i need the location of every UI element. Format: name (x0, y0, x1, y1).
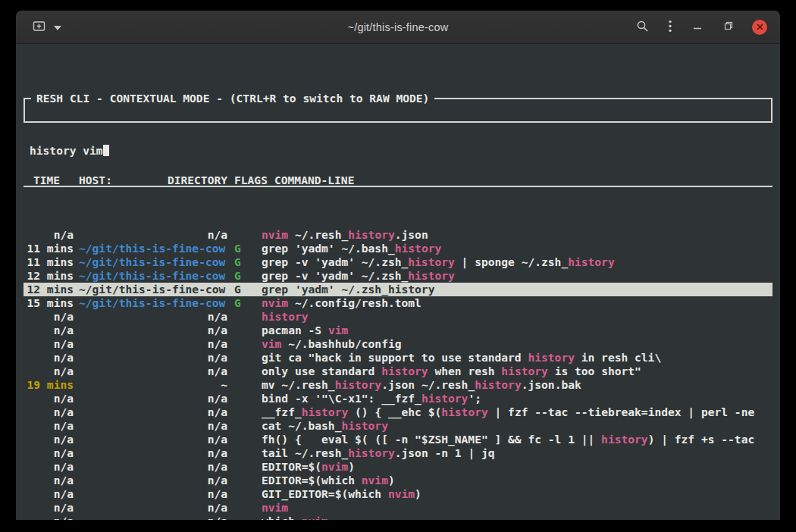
row-time: n/a (27, 337, 74, 351)
row-command: GIT_EDITOR=$(which nvim) (262, 487, 772, 501)
row-command: pacman -S vim (262, 324, 772, 337)
row-flags (227, 392, 262, 405)
row-flags (227, 446, 262, 460)
history-row[interactable]: 12 mins~/git/this-is-fine-cowGgrep -v 'y… (24, 269, 772, 283)
minimize-button[interactable] (690, 18, 705, 36)
row-time: n/a (27, 228, 74, 242)
row-time: 11 mins (27, 242, 74, 255)
row-flags (227, 351, 262, 365)
row-flags (227, 419, 262, 433)
new-tab-button[interactable] (31, 18, 47, 36)
row-time: 12 mins (27, 283, 74, 296)
row-directory: n/a (74, 460, 227, 474)
history-row[interactable]: n/an/abind -x '"\C-x1": __fzf_history'; (24, 392, 772, 405)
search-icon (636, 20, 649, 35)
row-command: nvim ~/.resh_history.json (262, 228, 772, 242)
row-flags (227, 433, 262, 446)
row-flags (227, 228, 262, 242)
row-directory: n/a (74, 446, 227, 460)
row-time: n/a (27, 501, 74, 515)
row-flags (227, 365, 262, 378)
row-time: 15 mins (27, 296, 74, 310)
history-row[interactable]: 15 mins~/git/this-is-fine-cowGnvim ~/.co… (24, 296, 772, 310)
row-directory: n/a (74, 474, 227, 487)
row-directory: n/a (74, 310, 227, 324)
row-time: n/a (27, 446, 74, 460)
row-flags (227, 310, 262, 324)
history-row[interactable]: n/an/afh() { eval $( ([ -n "$ZSH_NAME" ]… (24, 433, 772, 446)
row-time: n/a (27, 310, 74, 324)
row-command: grep -v 'yadm' ~/.zsh_history (262, 269, 772, 283)
row-command: only use standard history when resh hist… (262, 365, 772, 378)
search-input[interactable]: history vim (30, 144, 766, 158)
row-flags (227, 405, 262, 419)
row-command: grep 'yadm' ~/.bash_history (262, 242, 772, 255)
close-button[interactable] (752, 20, 767, 35)
row-time: 12 mins (27, 269, 74, 283)
history-row[interactable]: n/an/aonly use standard history when res… (24, 365, 772, 378)
history-row[interactable]: n/an/acat ~/.bash_history (24, 419, 772, 433)
row-time: 19 mins (27, 378, 74, 392)
history-row[interactable]: n/an/avim ~/.bashhub/config (24, 337, 772, 351)
history-row[interactable]: 11 mins~/git/this-is-fine-cowGgrep 'yadm… (24, 242, 772, 255)
history-row[interactable]: 19 mins~mv ~/.resh_history.json ~/.resh_… (24, 378, 772, 392)
titlebar: ~/git/this-is-fine-cow (16, 11, 780, 44)
row-directory: n/a (74, 487, 227, 501)
row-flags (227, 378, 262, 392)
history-row[interactable]: n/an/aEDITOR=$(which nvim) (24, 474, 772, 487)
history-row[interactable]: 11 mins~/git/this-is-fine-cowGgrep -v 'y… (24, 255, 772, 269)
close-icon (757, 21, 763, 33)
history-row[interactable]: n/an/awhich nvim (24, 515, 772, 520)
row-command: EDITOR=$(nvim) (262, 460, 772, 474)
restore-button[interactable] (721, 18, 736, 36)
row-directory: n/a (74, 501, 227, 515)
row-command: which nvim (262, 515, 772, 520)
row-time: n/a (27, 433, 74, 446)
history-row[interactable]: n/an/aGIT_EDITOR=$(which nvim) (24, 487, 772, 501)
row-flags (227, 337, 262, 351)
row-time: n/a (27, 474, 74, 487)
row-directory: n/a (74, 515, 227, 520)
row-directory: n/a (74, 433, 227, 446)
row-command: mv ~/.resh_history.json ~/.resh_history.… (262, 378, 772, 392)
restore-icon (722, 20, 735, 34)
search-box[interactable]: RESH CLI - CONTEXTUAL MODE - (CTRL+R to … (24, 98, 772, 123)
row-flags (227, 487, 262, 501)
menu-button[interactable] (666, 18, 674, 36)
titlebar-left-controls (31, 18, 63, 36)
row-command: __fzf_history () { __ehc $(history | fzf… (262, 405, 772, 419)
row-flags (227, 501, 262, 515)
row-command: EDITOR=$(which nvim) (262, 474, 772, 487)
history-row[interactable]: n/an/anvim (24, 501, 772, 515)
row-command: history (262, 310, 772, 324)
mode-title: RESH CLI - CONTEXTUAL MODE - (CTRL+R to … (31, 92, 434, 105)
row-time: 11 mins (27, 255, 74, 269)
row-time: n/a (27, 460, 74, 474)
history-row[interactable]: n/an/ahistory (24, 310, 772, 324)
row-time: n/a (27, 324, 74, 337)
chevron-down-icon (54, 21, 61, 33)
row-time: n/a (27, 365, 74, 378)
search-query-text: history vim (30, 144, 103, 157)
history-row[interactable]: n/an/aEDITOR=$(nvim) (24, 460, 772, 474)
history-row[interactable]: n/an/atail ~/.resh_history.json -n 1 | j… (24, 446, 772, 460)
row-time: n/a (27, 351, 74, 365)
text-cursor-block (103, 145, 110, 156)
row-command: vim ~/.bashhub/config (262, 337, 772, 351)
history-row[interactable]: n/an/agit ca "hack in support to use sta… (24, 351, 772, 365)
row-directory: ~/git/this-is-fine-cow (74, 296, 227, 310)
minimize-icon (691, 20, 704, 34)
row-time: n/a (27, 487, 74, 501)
row-directory: n/a (74, 392, 227, 405)
history-row-selected[interactable]: 12 mins~/git/this-is-fine-cowGgrep 'yadm… (24, 283, 772, 296)
row-directory: ~/git/this-is-fine-cow (74, 283, 227, 296)
history-row[interactable]: n/an/anvim ~/.resh_history.json (24, 228, 772, 242)
history-row[interactable]: n/an/apacman -S vim (24, 324, 772, 337)
search-button[interactable] (635, 18, 650, 36)
row-flags: G (227, 255, 262, 269)
row-flags (227, 515, 262, 520)
history-row[interactable]: n/an/a__fzf_history () { __ehc $(history… (24, 405, 772, 419)
row-command: bind -x '"\C-x1": __fzf_history'; (262, 392, 772, 405)
terminal-window: ~/git/this-is-fine-cow (16, 11, 780, 520)
tab-list-dropdown-button[interactable] (52, 20, 63, 34)
